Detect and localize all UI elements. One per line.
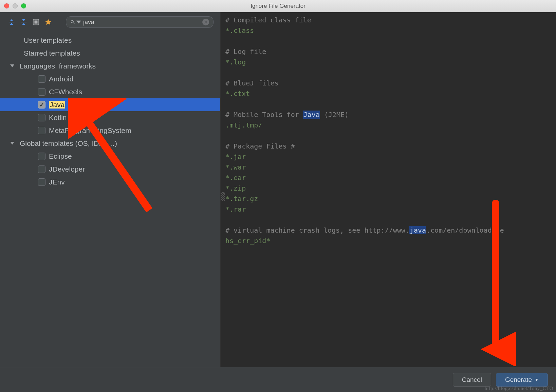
tree-item[interactable]: CFWheels — [0, 85, 220, 98]
svg-marker-13 — [10, 142, 14, 144]
checkbox[interactable] — [38, 101, 45, 109]
tree-item-label: MetaProgrammingSystem — [49, 126, 131, 135]
tree-item[interactable]: JDeveloper — [0, 163, 220, 176]
tree-item[interactable]: Android — [0, 73, 220, 85]
tree-header[interactable]: User templates — [0, 34, 220, 47]
tree-item-label: Android — [49, 75, 73, 83]
dialog-footer: Cancel Generate ▼ — [0, 367, 556, 392]
tree-item-label: Kotlin — [49, 114, 67, 122]
preview-panel: # Compiled class file *.class # Log file… — [221, 12, 556, 392]
svg-marker-8 — [45, 19, 51, 25]
tree-item-label: JDeveloper — [49, 165, 85, 173]
svg-marker-1 — [10, 19, 13, 21]
select-all-icon[interactable] — [31, 17, 41, 27]
search-field[interactable]: ✕ — [66, 16, 214, 28]
tree-item[interactable]: JEnv — [0, 176, 220, 189]
svg-marker-4 — [22, 19, 25, 21]
tree-item-label: Eclipse — [49, 152, 72, 160]
dropdown-caret-icon: ▼ — [535, 377, 539, 382]
tree-item[interactable]: Eclipse — [0, 150, 220, 163]
tree-item-label: Java — [49, 101, 65, 109]
star-icon[interactable] — [43, 17, 53, 27]
svg-rect-3 — [21, 22, 27, 22]
svg-marker-12 — [10, 64, 14, 67]
svg-marker-5 — [22, 23, 25, 25]
left-panel: ✕ User templatesStarred templatesLanguag… — [0, 12, 221, 392]
gitignore-preview: # Compiled class file *.class # Log file… — [221, 12, 556, 392]
window-title: Ignore File Generator — [0, 3, 556, 9]
tree-category[interactable]: Global templates (OS, IDE, …) — [0, 137, 220, 150]
clear-search-icon[interactable]: ✕ — [202, 19, 209, 25]
tree-item[interactable]: Java — [0, 98, 220, 111]
svg-marker-11 — [76, 21, 81, 23]
titlebar: Ignore File Generator — [0, 0, 556, 12]
svg-rect-7 — [34, 20, 37, 23]
checkbox[interactable] — [38, 153, 45, 160]
expand-all-icon[interactable] — [19, 17, 29, 27]
checkbox[interactable] — [38, 75, 45, 83]
watermark: http://blog.csdn.net/Tony_CTO — [485, 386, 553, 391]
tree-header[interactable]: Starred templates — [0, 47, 220, 60]
search-input[interactable] — [81, 19, 202, 26]
svg-point-9 — [71, 20, 73, 23]
svg-rect-0 — [9, 22, 15, 22]
generate-button-label: Generate — [505, 376, 532, 384]
checkbox[interactable] — [38, 165, 45, 173]
collapse-all-icon[interactable] — [7, 17, 16, 27]
toolbar: ✕ — [0, 12, 220, 32]
svg-marker-2 — [10, 23, 13, 25]
tree-item[interactable]: MetaProgrammingSystem — [0, 124, 220, 137]
main-area: ✕ User templatesStarred templatesLanguag… — [0, 12, 556, 392]
svg-line-10 — [73, 23, 75, 24]
tree-item[interactable]: Kotlin — [0, 111, 220, 124]
tree-item-label: JEnv — [49, 178, 65, 186]
generate-button[interactable]: Generate ▼ — [496, 373, 548, 387]
checkbox[interactable] — [38, 114, 45, 121]
checkbox[interactable] — [38, 178, 45, 186]
cancel-button[interactable]: Cancel — [453, 373, 491, 387]
gutter-marker — [221, 192, 225, 201]
tree-item-label: CFWheels — [49, 88, 82, 96]
tree-category[interactable]: Languages, frameworks — [0, 60, 220, 73]
checkbox[interactable] — [38, 88, 45, 96]
checkbox[interactable] — [38, 127, 45, 134]
search-icon — [70, 20, 81, 24]
template-tree[interactable]: User templatesStarred templatesLanguages… — [0, 32, 220, 392]
